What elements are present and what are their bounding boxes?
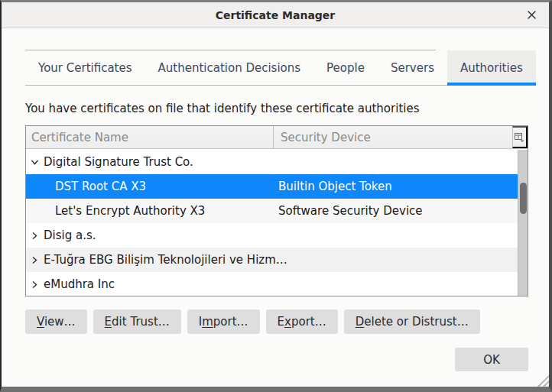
certificate-authority-name: eMudhra Inc — [44, 277, 115, 291]
tab-people[interactable]: People — [313, 50, 378, 85]
tree-body: Digital Signature Trust Co.DST Root CA X… — [26, 150, 518, 296]
chevron-right-icon[interactable] — [31, 256, 39, 264]
certificate-authority-name: Disig a.s. — [44, 228, 96, 242]
delete-or-distrust-button[interactable]: Delete or Distrust… — [344, 309, 480, 334]
tab-authentication-decisions[interactable]: Authentication Decisions — [145, 50, 314, 85]
security-device-cell: Builtin Object Token — [274, 180, 518, 193]
resize-grip[interactable] — [534, 375, 549, 387]
tab-authorities[interactable]: Authorities — [447, 50, 536, 85]
column-picker-icon — [515, 133, 524, 142]
tab-servers[interactable]: Servers — [378, 50, 447, 85]
tree-group-row[interactable]: Digital Signature Trust Co. — [26, 150, 518, 174]
certificate-name-cell: DST Root CA X3 — [26, 180, 274, 193]
export-button[interactable]: Export… — [266, 309, 338, 334]
import-button[interactable]: Import… — [187, 309, 260, 334]
vertical-scrollbar-thumb[interactable] — [520, 183, 527, 214]
certificate-tree: Certificate Name Security Device Digital… — [25, 125, 528, 296]
authorities-description: You have certificates on file that ident… — [25, 102, 528, 116]
view-button[interactable]: View… — [25, 309, 87, 334]
certificate-authority-name: E-Tuğra EBG Bilişim Teknolojileri ve Hiz… — [44, 253, 287, 267]
certificate-name-cell: Let's Encrypt Authority X3 — [26, 204, 274, 218]
security-device-cell: Software Security Device — [274, 204, 518, 218]
tree-group-row[interactable]: E-Tuğra EBG Bilişim Teknolojileri ve Hiz… — [26, 248, 518, 272]
column-header-certificate-name[interactable]: Certificate Name — [26, 126, 274, 148]
edit-trust-button[interactable]: Edit Trust… — [93, 309, 181, 334]
dialog-title: Certificate Manager — [216, 9, 336, 21]
column-picker-button[interactable] — [512, 126, 528, 148]
action-button-row: View…Edit Trust…Import…Export…Delete or … — [25, 309, 528, 334]
chevron-down-icon[interactable] — [31, 158, 39, 167]
certificate-manager-dialog: Certificate Manager Your CertificatesAut… — [0, 0, 552, 392]
tab-your-certificates[interactable]: Your Certificates — [25, 50, 145, 85]
title-bar: Certificate Manager — [2, 2, 549, 28]
close-button[interactable] — [524, 8, 539, 23]
chevron-right-icon[interactable] — [31, 280, 39, 289]
column-header-security-device[interactable]: Security Device — [274, 126, 512, 148]
dialog-content: Your CertificatesAuthentication Decision… — [2, 50, 549, 371]
chevron-right-icon[interactable] — [31, 232, 39, 240]
tree-header: Certificate Name Security Device — [26, 126, 528, 149]
tab-strip: Your CertificatesAuthentication Decision… — [25, 50, 528, 86]
tree-leaf-row[interactable]: Let's Encrypt Authority X3Software Secur… — [26, 199, 518, 223]
tree-leaf-row[interactable]: DST Root CA X3Builtin Object Token — [26, 174, 518, 199]
ok-button-row: OK — [25, 348, 528, 371]
vertical-scrollbar[interactable] — [518, 150, 528, 296]
certificate-authority-name: Digital Signature Trust Co. — [44, 155, 193, 169]
tree-group-row[interactable]: eMudhra Inc — [26, 272, 518, 296]
close-icon — [527, 10, 537, 20]
tree-group-row[interactable]: Disig a.s. — [26, 223, 518, 248]
ok-button[interactable]: OK — [455, 348, 528, 371]
